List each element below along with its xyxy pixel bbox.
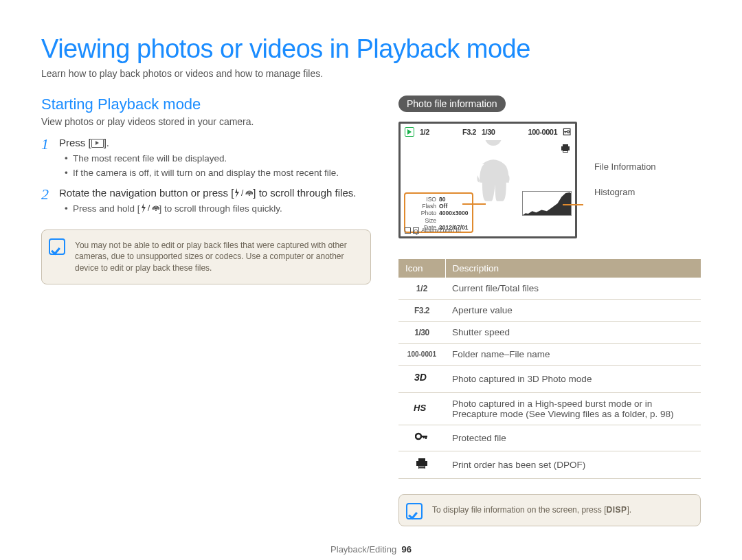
callout-histogram: Histogram: [594, 187, 656, 197]
icon-description-table: Icon Description 1/2 Current file/Total …: [398, 259, 701, 479]
icon-cell: F3.2: [398, 300, 445, 322]
lcd-histogram: [522, 191, 572, 216]
table-row: 3D Photo captured in 3D Photo mode: [398, 366, 701, 393]
playback-button-icon: [91, 139, 104, 148]
step-bullet: Press and hold [/] to scroll through fil…: [65, 203, 371, 216]
step-number: 2: [41, 187, 52, 217]
footer-page-number: 96: [401, 544, 411, 555]
lcd-aperture: F3.2: [462, 128, 476, 136]
printer-icon: [415, 458, 429, 472]
step-1: 1 Press []. The most recent file will be…: [41, 137, 371, 181]
note-text: To display file information on the scree…: [432, 505, 631, 515]
step-2: 2 Rotate the navigation button or press …: [41, 187, 371, 217]
page-title: Viewing photos or videos in Playback mod…: [41, 34, 701, 64]
disp-button-label: DISP: [606, 505, 627, 515]
table-row: 100-0001 Folder name–File name: [398, 344, 701, 366]
grid-icon: [405, 227, 411, 234]
flash-wifi-icon: /: [140, 203, 159, 213]
playback-mode-icon: [405, 127, 414, 137]
table-row: F3.2 Aperture value: [398, 300, 701, 322]
lcd-shutter: 1/30: [482, 128, 495, 136]
desc-cell: Folder name–File name: [445, 344, 701, 366]
lcd-foot-hint: Q Album/Zoom In: [405, 227, 461, 234]
step-bullet: If the camera is off, it will turn on an…: [65, 167, 371, 180]
highspeed-icon: HS: [414, 402, 430, 416]
svg-point-1: [249, 194, 250, 196]
svg-rect-15: [418, 458, 425, 461]
svg-rect-14: [416, 461, 427, 466]
right-column: Photo file information 1/2 F3.2 1/30 100…: [398, 96, 701, 526]
table-head-desc: Description: [445, 259, 701, 278]
svg-text:HS: HS: [414, 403, 426, 413]
icon-cell: 3D: [398, 366, 445, 393]
step-text: Rotate the navigation button or press [/…: [59, 187, 371, 199]
key-icon: [415, 431, 429, 445]
icon-cell: 1/2: [398, 278, 445, 300]
svg-rect-5: [563, 144, 568, 146]
section-sub: View photos or play videos stored in you…: [41, 116, 371, 127]
icon-cell: HS: [398, 393, 445, 425]
step-text: Press [].: [59, 137, 371, 148]
desc-cell: Protected file: [445, 425, 701, 451]
table-row: Protected file: [398, 425, 701, 451]
note-box: To display file information on the scree…: [398, 494, 701, 526]
print-icon: [560, 143, 571, 155]
table-row: Print order has been set (DPOF): [398, 451, 701, 479]
page-intro: Learn how to play back photos or videos …: [41, 68, 701, 79]
flash-wifi-icon: /: [234, 188, 253, 198]
svg-text:3D: 3D: [414, 372, 427, 383]
note-text: You may not be able to edit or play back…: [75, 240, 347, 273]
table-row: HS Photo captured in a High-speed burst …: [398, 393, 701, 425]
grid-icon: Q: [413, 227, 419, 234]
subsection-badge: Photo file information: [398, 96, 506, 112]
lcd-right-icons: [560, 143, 571, 155]
footer-section: Playback/Editing: [330, 544, 396, 555]
svg-rect-12: [425, 436, 427, 439]
lcd-callout-labels: File Information Histogram: [594, 161, 656, 197]
svg-rect-17: [419, 467, 425, 467]
desc-cell: Photo captured in 3D Photo mode: [445, 366, 701, 393]
step-number: 1: [41, 137, 52, 181]
callout-file-info: File Information: [594, 161, 656, 172]
desc-cell: Aperture value: [445, 300, 701, 322]
section-heading: Starting Playback mode: [41, 96, 371, 113]
key-icon: ⚿: [563, 128, 571, 136]
svg-rect-18: [419, 468, 425, 469]
note-check-icon: [406, 503, 423, 519]
desc-cell: Photo captured in a High-speed burst mod…: [445, 393, 701, 425]
desc-cell: Print order has been set (DPOF): [445, 451, 701, 479]
svg-rect-13: [423, 436, 425, 438]
lcd-folder: 100-0001: [528, 128, 558, 136]
3d-icon: 3D: [414, 372, 429, 386]
svg-rect-4: [561, 146, 570, 150]
icon-cell: 1/30: [398, 322, 445, 344]
lcd-count: 1/2: [420, 128, 429, 136]
page-footer: Playback/Editing 96: [41, 544, 701, 555]
camera-lcd-illustration: 1/2 F3.2 1/30 100-0001 ⚿: [398, 122, 577, 238]
table-row: 1/30 Shutter speed: [398, 322, 701, 344]
icon-cell: 100-0001: [398, 344, 445, 366]
step-bullet: The most recent file will be displayed.: [65, 153, 371, 166]
svg-rect-7: [563, 151, 567, 152]
manual-page: Viewing photos or videos in Playback mod…: [0, 0, 742, 560]
left-column: Starting Playback mode View photos or pl…: [41, 96, 371, 526]
svg-text:/: /: [241, 188, 244, 198]
desc-cell: Shutter speed: [445, 322, 701, 344]
content-columns: Starting Playback mode View photos or pl…: [41, 96, 701, 526]
icon-cell: [398, 425, 445, 451]
desc-cell: Current file/Total files: [445, 278, 701, 300]
svg-text:/: /: [148, 203, 150, 213]
table-row: 1/2 Current file/Total files: [398, 278, 701, 300]
lcd-illustration-wrap: 1/2 F3.2 1/30 100-0001 ⚿: [398, 122, 701, 245]
note-box: You may not be able to edit or play back…: [41, 229, 371, 284]
table-head-icon: Icon: [398, 259, 445, 278]
svg-point-3: [155, 210, 157, 211]
note-check-icon: [49, 238, 65, 255]
svg-point-10: [416, 434, 421, 439]
icon-cell: [398, 451, 445, 479]
lcd-top-bar: 1/2 F3.2 1/30 100-0001 ⚿: [401, 124, 575, 140]
